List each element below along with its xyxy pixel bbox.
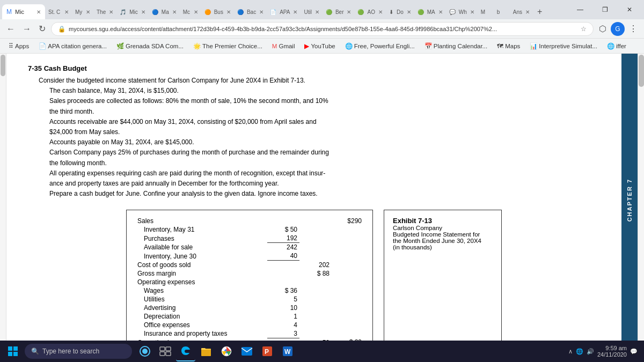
tab-ans[interactable]: Ans ✕ — [510, 4, 533, 19]
table-row-available: Available for sale 242 — [135, 243, 364, 252]
speaker-icon[interactable]: 🔊 — [587, 348, 594, 355]
taskbar-cortana[interactable] — [135, 341, 155, 361]
start-button[interactable] — [2, 341, 24, 361]
bookmark-youtube[interactable]: ▶ YouTube — [300, 41, 339, 51]
address-bar[interactable]: 🔒 mycourses.sgu.edu/access/content/attac… — [51, 22, 594, 36]
network-icon[interactable]: 🌐 — [576, 348, 583, 355]
tab-close-btn[interactable]: ✕ — [438, 9, 443, 15]
purchases-val: 192 — [267, 234, 299, 243]
tab-util[interactable]: Util ✕ — [301, 4, 322, 19]
menu-btn[interactable]: ⋮ — [627, 21, 640, 36]
tab-my[interactable]: My ✕ — [72, 4, 93, 19]
nav-bar: ← → ↻ 🔒 mycourses.sgu.edu/access/content… — [0, 19, 644, 39]
notification-icon[interactable]: 💬 — [630, 348, 638, 355]
tab-favicon: 🟢 — [418, 9, 424, 15]
exhibit-container: Sales $290 Inventory, May 31 $ 50 — [28, 210, 600, 347]
table-row-purchases: Purchases 192 — [135, 234, 364, 243]
taskbar-file-explorer[interactable] — [196, 341, 216, 361]
bookmark-interpretive[interactable]: 📊 Interpretive Simulat... — [525, 41, 602, 51]
table-row-cogs: Cost of goods sold 202 — [135, 261, 364, 269]
taskbar-search[interactable]: 🔍 Type here to search — [25, 344, 132, 359]
bookmark-english[interactable]: 🌐 Free, Powerful Engli... — [341, 41, 419, 51]
tab-ao[interactable]: 🟢 AO ✕ — [354, 4, 385, 19]
tab-st[interactable]: St. C ✕ — [45, 4, 72, 19]
star-icon[interactable]: ☆ — [581, 25, 587, 33]
clock-area[interactable]: 9:59 am 24/11/2020 — [597, 345, 627, 358]
bookmark-planting[interactable]: 📅 Planting Calendar... — [420, 41, 492, 51]
bookmark-grenada[interactable]: 🌿 Grenada SDA Com... — [112, 41, 188, 51]
back-btn[interactable]: ← — [4, 22, 17, 36]
tab-close-btn[interactable]: ✕ — [194, 9, 198, 15]
tab-close-btn[interactable]: ✕ — [109, 9, 113, 15]
tab-close-btn[interactable]: ✕ — [525, 9, 530, 15]
new-tab-btn[interactable]: + — [533, 7, 546, 17]
scrollbar-thumb[interactable] — [1, 55, 5, 76]
tab-m[interactable]: M — [478, 4, 494, 19]
problem-line4: Accounts receivable are $44,000 on May 3… — [28, 117, 600, 127]
tab-do[interactable]: ⬇ Do ✕ — [386, 4, 414, 19]
table-row-utilities: Utilities 5 — [135, 295, 364, 304]
taskbar-powerpoint[interactable]: P — [258, 341, 277, 361]
tab-label: Util — [304, 9, 311, 15]
taskbar-chrome[interactable] — [217, 341, 236, 361]
svg-rect-9 — [166, 352, 171, 356]
taskbar-edge[interactable] — [176, 341, 195, 361]
tab-close-btn[interactable]: ✕ — [259, 9, 264, 15]
table-row-sales: Sales $290 — [135, 217, 364, 225]
tab-close-btn[interactable]: ✕ — [36, 9, 41, 15]
tab-mc[interactable]: Mc ✕ — [180, 4, 201, 19]
tab-close-btn[interactable]: ✕ — [347, 9, 351, 15]
chevron-up-icon[interactable]: ∧ — [568, 348, 573, 355]
tab-apa[interactable]: 📄 APA ✕ — [267, 4, 301, 19]
tab-close-btn[interactable]: ✕ — [470, 9, 474, 15]
tab-close-btn[interactable]: ✕ — [293, 9, 297, 15]
cogs-val: 202 — [299, 261, 332, 269]
tab-bac[interactable]: 🔵 Bac ✕ — [234, 4, 267, 19]
tab-close-btn[interactable]: ✕ — [141, 9, 145, 15]
tab-close-btn[interactable]: ✕ — [378, 9, 383, 15]
tab-close-btn[interactable]: ✕ — [226, 9, 231, 15]
time-display: 9:59 am — [597, 345, 627, 351]
bookmark-label: Grenada SDA Com... — [126, 43, 184, 49]
tab-the[interactable]: The ✕ — [93, 4, 116, 19]
tab-close-btn[interactable]: ✕ — [64, 9, 69, 15]
tab-bar: M Mic ✕ St. C ✕ My ✕ The ✕ 🎵 Mic ✕ 🔵 Ma … — [0, 0, 644, 19]
taskbar-task-view[interactable] — [156, 341, 175, 361]
tab-close-btn[interactable]: ✕ — [172, 9, 177, 15]
tab-bus[interactable]: 🟠 Bus ✕ — [201, 4, 234, 19]
forward-btn[interactable]: → — [20, 22, 33, 36]
bookmark-apps[interactable]: ⠿ Apps — [4, 41, 33, 51]
bookmark-maps[interactable]: 🗺 Maps — [493, 42, 524, 50]
tab-close-btn[interactable]: ✕ — [407, 9, 411, 15]
minimize-btn[interactable]: — — [568, 0, 592, 19]
tab-label: AO — [367, 9, 375, 15]
problem-title: 7-35 Cash Budget — [28, 64, 600, 72]
svg-rect-0 — [8, 346, 12, 351]
tab-b[interactable]: b — [494, 4, 510, 19]
svg-rect-7 — [166, 347, 171, 351]
taskbar-word[interactable]: W — [278, 341, 297, 361]
tab-ma[interactable]: 🔵 Ma ✕ — [149, 4, 180, 19]
tab-wh[interactable]: 💬 Wh ✕ — [446, 4, 478, 19]
taskbar-mail[interactable] — [237, 341, 257, 361]
restore-btn[interactable]: ❐ — [592, 0, 617, 19]
taskbar: 🔍 Type here to search — [0, 341, 644, 362]
tab-ma2[interactable]: 🟢 MA ✕ — [414, 4, 446, 19]
op-exp-label: Operating expenses — [135, 278, 267, 286]
refresh-btn[interactable]: ↻ — [36, 21, 48, 36]
tab-mic2[interactable]: 🎵 Mic ✕ — [116, 4, 149, 19]
extensions-btn[interactable]: ⬡ — [597, 21, 609, 36]
bookmark-iffer[interactable]: 🌐 iffer — [603, 41, 631, 51]
bookmark-premier[interactable]: 🌟 The Premier Choice... — [189, 41, 267, 51]
tab-favicon: 🟢 — [326, 9, 332, 15]
profile-btn[interactable]: G — [611, 22, 625, 36]
scrollbar-thumb-right[interactable] — [639, 55, 644, 87]
bookmark-gmail[interactable]: M Gmail — [268, 42, 299, 50]
tab-close-btn[interactable]: ✕ — [315, 9, 319, 15]
depreciation-val: 1 — [267, 312, 299, 321]
tab-close-btn[interactable]: ✕ — [86, 9, 90, 15]
tab-active[interactable]: M Mic ✕ — [2, 4, 45, 19]
tab-ber[interactable]: 🟢 Ber ✕ — [323, 4, 355, 19]
bookmark-apa[interactable]: 📄 APA citation genera... — [34, 41, 111, 51]
close-btn[interactable]: ✕ — [617, 0, 642, 19]
